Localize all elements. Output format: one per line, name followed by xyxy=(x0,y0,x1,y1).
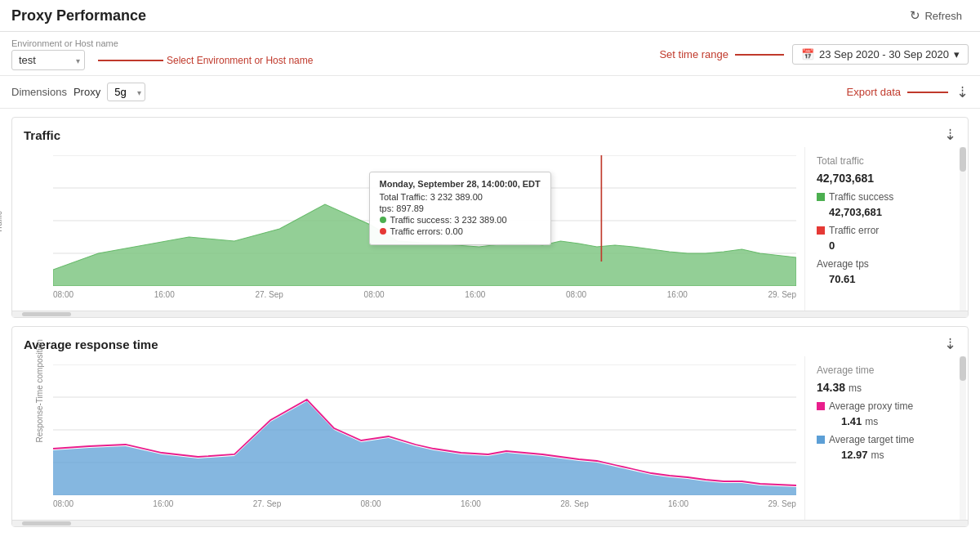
avg-time-unit: ms xyxy=(849,382,862,394)
time-range-button[interactable]: 📅 23 Sep 2020 - 30 Sep 2020 ▾ xyxy=(792,44,969,65)
proxy-time-legend-icon xyxy=(817,402,825,410)
error-dot-icon xyxy=(380,228,386,235)
avg-time-value: 14.38 xyxy=(817,381,845,394)
tooltip-tps: tps: 897.89 xyxy=(380,203,541,213)
tooltip-success: Traffic success: 3 232 389.00 xyxy=(380,215,541,225)
error-legend: Traffic error xyxy=(817,225,956,236)
time-range-arrow-icon xyxy=(735,54,784,56)
response-y-label: Response-Time composition xyxy=(35,339,44,442)
proxy-time-unit: ms xyxy=(865,416,878,427)
error-legend-icon xyxy=(817,226,825,235)
target-time-legend-icon xyxy=(817,436,825,444)
dimensions-bar: Dimensions Proxy 5g ▾ Export data ⇣ xyxy=(0,76,980,109)
export-button[interactable]: ⇣ xyxy=(956,83,969,101)
response-stats-scrollbar[interactable] xyxy=(960,356,966,520)
tooltip-title: Monday, September 28, 14:00:00, EDT xyxy=(380,179,541,189)
page-title: Proxy Performance xyxy=(11,7,146,25)
traffic-stats-scrollbar[interactable] xyxy=(960,147,966,311)
response-scrollbar-h[interactable] xyxy=(12,520,968,526)
filter-bar: Environment or Host name test ▾ Select E… xyxy=(0,32,980,76)
target-time-unit: ms xyxy=(871,449,884,461)
traffic-x-labels: 08:00 16:00 27. Sep 08:00 16:00 08:00 16… xyxy=(53,290,796,299)
traffic-chart-body: Traffic 24000000 16000000 8000000 0 xyxy=(12,147,968,311)
proxy-select-wrapper: 5g ▾ xyxy=(107,83,145,101)
proxy-time-legend: Average proxy time xyxy=(817,400,956,412)
export-arrow-icon xyxy=(907,92,948,93)
response-download-button[interactable]: ⇣ xyxy=(944,335,956,353)
traffic-tooltip: Monday, September 28, 14:00:00, EDT Tota… xyxy=(369,172,551,245)
response-scrollbar-thumb xyxy=(22,521,71,525)
refresh-icon: ↻ xyxy=(910,8,920,23)
response-chart-svg: 36 ms 24 ms 12 ms 0 ms xyxy=(53,364,796,495)
traffic-chart-section: Traffic ⇣ Traffic 24000000 16000000 8000… xyxy=(11,117,969,318)
response-chart-body: Response-Time composition 36 ms 24 ms 12… xyxy=(12,356,968,520)
calendar-icon: 📅 xyxy=(801,48,814,60)
response-stats-scrollbar-thumb xyxy=(960,356,966,381)
traffic-y-label: Traffic xyxy=(0,211,3,233)
tooltip-total: Total Traffic: 3 232 389.00 xyxy=(380,192,541,202)
export-section: Export data ⇣ xyxy=(847,83,969,101)
total-traffic-value: 42,703,681 xyxy=(817,172,956,185)
avg-tps-value: 70.61 xyxy=(829,273,956,285)
svg-marker-20 xyxy=(53,401,796,495)
proxy-label: Proxy xyxy=(74,86,100,98)
traffic-chart-title: Traffic xyxy=(24,128,60,142)
traffic-scrollbar-h[interactable] xyxy=(12,311,968,317)
env-select-wrapper: test ▾ xyxy=(11,50,85,70)
response-chart-section: Average response time ⇣ Response-Time co… xyxy=(11,326,969,527)
target-time-legend: Average target time xyxy=(817,434,956,445)
time-range-value: 23 Sep 2020 - 30 Sep 2020 xyxy=(819,48,949,60)
traffic-scrollbar-thumb xyxy=(22,312,71,316)
traffic-chart-area: Traffic 24000000 16000000 8000000 0 xyxy=(12,147,804,311)
traffic-stats-panel: Total traffic 42,703,681 Traffic success… xyxy=(804,147,968,311)
export-label: Export data xyxy=(847,86,949,98)
dimensions-label: Dimensions xyxy=(11,86,67,98)
avg-time-label: Average time xyxy=(817,364,956,376)
tooltip-errors: Traffic errors: 0.00 xyxy=(380,226,541,236)
response-stats-panel: Average time 14.38 ms Average proxy time… xyxy=(804,356,968,520)
charts-container: Traffic ⇣ Traffic 24000000 16000000 8000… xyxy=(0,109,980,541)
response-chart-header: Average response time ⇣ xyxy=(12,327,968,356)
success-dot-icon xyxy=(380,217,386,223)
env-filter-section: Environment or Host name test ▾ Select E… xyxy=(11,38,313,70)
time-range-hint: Set time range xyxy=(659,48,784,60)
error-value: 0 xyxy=(829,239,956,252)
avg-tps-legend: Average tps xyxy=(817,258,956,270)
time-range-dropdown-icon: ▾ xyxy=(954,48,960,60)
response-chart-area: Response-Time composition 36 ms 24 ms 12… xyxy=(12,356,804,520)
target-time-value: 12.97 xyxy=(841,449,868,461)
proxy-select[interactable]: 5g xyxy=(107,83,145,101)
traffic-download-button[interactable]: ⇣ xyxy=(944,126,956,144)
response-x-labels: 08:00 16:00 27. Sep 08:00 16:00 28. Sep … xyxy=(53,499,796,508)
env-filter-label: Environment or Host name xyxy=(11,38,118,48)
total-traffic-label: Total traffic xyxy=(817,155,956,167)
success-value: 42,703,681 xyxy=(829,206,956,218)
traffic-chart-header: Traffic ⇣ xyxy=(12,118,968,147)
top-bar: Proxy Performance ↻ Refresh xyxy=(0,0,980,32)
proxy-time-value: 1.41 xyxy=(841,415,862,427)
env-select[interactable]: test xyxy=(11,50,85,70)
traffic-stats-scrollbar-thumb xyxy=(960,147,966,172)
env-hint-arrow-icon xyxy=(98,60,163,61)
time-range-section: Set time range 📅 23 Sep 2020 - 30 Sep 20… xyxy=(659,44,969,65)
refresh-button[interactable]: ↻ Refresh xyxy=(903,5,969,26)
success-legend-icon xyxy=(817,193,825,201)
success-legend: Traffic success xyxy=(817,191,956,203)
env-hint-label: Select Environment or Host name xyxy=(98,55,313,66)
dimensions-left: Dimensions Proxy 5g ▾ xyxy=(11,83,145,101)
filter-select-row: test ▾ Select Environment or Host name xyxy=(11,50,313,70)
